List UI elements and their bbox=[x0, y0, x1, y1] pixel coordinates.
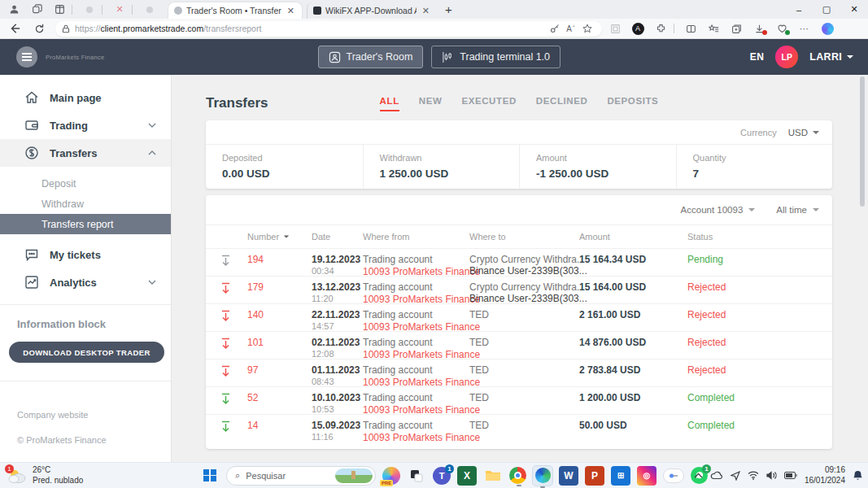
url-field[interactable]: https://client.promarketstrade.com/trans… bbox=[55, 21, 602, 37]
browser-essentials-icon[interactable] bbox=[772, 20, 792, 37]
transfer-number[interactable]: 179 bbox=[247, 281, 312, 305]
tab-close-icon[interactable]: ✕ bbox=[421, 6, 431, 16]
sidebar-item-analytics[interactable]: Analytics bbox=[0, 268, 171, 296]
notification-bell-icon[interactable] bbox=[853, 470, 863, 481]
chrome-icon[interactable] bbox=[509, 467, 526, 484]
user-avatar[interactable]: LP bbox=[775, 46, 798, 68]
browser-profile-icon[interactable] bbox=[5, 2, 23, 17]
sidebar-subitem-transfers-report[interactable]: Transfers report bbox=[0, 214, 171, 234]
read-aloud-icon[interactable]: A⌃ bbox=[563, 24, 579, 33]
tab-traders-room[interactable]: Trader's Room • Transfers report ✕ bbox=[168, 2, 302, 19]
edge-icon[interactable] bbox=[533, 466, 552, 486]
back-icon[interactable] bbox=[5, 20, 24, 37]
volume-icon[interactable] bbox=[766, 471, 777, 480]
filter-tab[interactable]: NEW bbox=[419, 96, 443, 111]
pinned-tab-icon[interactable] bbox=[141, 2, 159, 17]
word-icon[interactable]: W bbox=[559, 466, 578, 486]
account-link[interactable]: 10093 ProMarkets Finance bbox=[363, 349, 469, 360]
split-screen-icon[interactable] bbox=[681, 20, 700, 37]
password-key-icon[interactable] bbox=[547, 24, 563, 33]
location-icon[interactable] bbox=[731, 471, 740, 481]
taskbar-search[interactable]: ⌕ Pesquisar bbox=[226, 466, 376, 486]
menu-hamburger-icon[interactable] bbox=[16, 46, 37, 68]
transfer-number[interactable]: 52 bbox=[247, 392, 312, 416]
taskbar-clock[interactable]: 09:16 16/01/2024 bbox=[805, 465, 845, 486]
account-link[interactable]: 10093 ProMarkets Finance bbox=[363, 404, 469, 416]
battery-icon[interactable] bbox=[784, 472, 797, 479]
traders-room-button[interactable]: Trader's Room bbox=[318, 46, 424, 68]
table-row[interactable]: 179 13.12.202311:20 Trading account10093… bbox=[206, 276, 832, 303]
sidebar-subitem-deposit[interactable]: Deposit bbox=[0, 173, 171, 194]
workspaces-icon[interactable] bbox=[28, 2, 46, 17]
language-selector[interactable]: EN bbox=[750, 51, 764, 63]
powerpoint-icon[interactable]: P bbox=[585, 466, 604, 486]
wifi-icon[interactable] bbox=[748, 471, 759, 480]
maximize-button[interactable]: ▢ bbox=[813, 0, 840, 19]
sidebar-item-main-page[interactable]: Main page bbox=[0, 84, 171, 111]
task-view-icon[interactable] bbox=[407, 466, 426, 486]
excel-icon[interactable]: X bbox=[457, 466, 477, 486]
tab-close-icon[interactable]: ✕ bbox=[286, 6, 296, 16]
passkey-icon[interactable] bbox=[663, 468, 684, 483]
filter-tab[interactable]: ALL bbox=[380, 96, 399, 111]
lock-icon[interactable] bbox=[62, 24, 70, 33]
user-menu[interactable]: LARRI bbox=[809, 51, 853, 63]
sidebar-item-my-tickets[interactable]: My tickets bbox=[0, 241, 171, 268]
table-row[interactable]: 194 19.12.202300:34 Trading account10093… bbox=[206, 248, 832, 276]
account-link[interactable]: 10093 ProMarkets Finance bbox=[363, 294, 469, 305]
account-link[interactable]: 10093 ProMarkets Finance bbox=[363, 266, 469, 277]
transfer-number[interactable]: 97 bbox=[247, 364, 312, 388]
account-link[interactable]: 10093 ProMarkets Finance bbox=[363, 432, 469, 443]
tab-actions-icon[interactable] bbox=[50, 2, 68, 17]
screenshot-icon[interactable] bbox=[605, 20, 625, 37]
scrollbar-thumb[interactable] bbox=[860, 76, 865, 207]
start-button[interactable] bbox=[200, 466, 220, 486]
teams-icon[interactable]: T1 bbox=[433, 467, 451, 485]
refresh-icon[interactable] bbox=[29, 20, 49, 37]
favorites-list-icon[interactable] bbox=[704, 20, 723, 37]
pinned-tab-icon[interactable] bbox=[81, 2, 98, 17]
copilot-icon[interactable] bbox=[818, 20, 837, 37]
file-explorer-icon[interactable] bbox=[483, 466, 503, 486]
table-row[interactable]: 97 01.11.202308:43 Trading account10093 … bbox=[206, 359, 832, 386]
instagram-icon[interactable]: ◎ bbox=[637, 466, 656, 486]
weather-widget[interactable]: 1 26°C Pred. nublado bbox=[7, 465, 83, 486]
extension-icon[interactable] bbox=[651, 20, 670, 37]
scrollbar-track[interactable] bbox=[860, 75, 865, 462]
transfer-number[interactable]: 101 bbox=[247, 337, 312, 360]
column-number[interactable]: Number bbox=[247, 232, 312, 242]
account-link[interactable]: 10093 ProMarkets Finance bbox=[363, 377, 469, 388]
minimize-button[interactable]: – bbox=[785, 0, 813, 19]
close-button[interactable]: ✕ bbox=[840, 0, 868, 19]
company-website-link[interactable]: Company website bbox=[17, 410, 88, 420]
filter-tab[interactable]: DEPOSITS bbox=[607, 96, 658, 111]
transfer-number[interactable]: 140 bbox=[247, 309, 312, 333]
sidebar-subitem-withdraw[interactable]: Withdraw bbox=[0, 194, 171, 214]
filter-tab[interactable]: DECLINED bbox=[536, 96, 588, 111]
onedrive-icon[interactable] bbox=[710, 471, 723, 480]
table-row[interactable]: 101 02.11.202312:08 Trading account10093… bbox=[206, 331, 832, 359]
period-filter[interactable]: All time bbox=[776, 205, 819, 215]
table-row[interactable]: 14 15.09.202311:16 Trading account10093 … bbox=[206, 414, 832, 442]
sidebar-item-transfers[interactable]: Transfers bbox=[0, 139, 171, 167]
currency-select[interactable]: USD bbox=[788, 128, 819, 137]
tab-wikifx[interactable]: WikiFX APP-Download APP- Con ✕ bbox=[307, 2, 437, 19]
transfer-number[interactable]: 14 bbox=[247, 420, 312, 443]
new-tab-button[interactable]: + bbox=[445, 2, 452, 16]
account-filter[interactable]: Account 10093 bbox=[681, 205, 756, 215]
trading-terminal-button[interactable]: Trading terminal 1.0 bbox=[431, 46, 560, 68]
download-desktop-trader-button[interactable]: DOWNLOAD DESKTOP TRADER bbox=[9, 342, 164, 363]
table-row[interactable]: 140 22.11.202314:57 Trading account10093… bbox=[206, 303, 832, 331]
pinned-tab-close-icon[interactable]: ✕ bbox=[111, 2, 129, 17]
filter-tab[interactable]: EXECUTED bbox=[461, 96, 516, 111]
account-link[interactable]: 10093 ProMarkets Finance bbox=[363, 321, 469, 333]
table-row[interactable]: 52 10.10.202310:53 Trading account10093 … bbox=[206, 386, 832, 414]
copilot-taskbar-icon[interactable]: PRE bbox=[382, 467, 400, 485]
more-options-icon[interactable]: ⋯ bbox=[795, 20, 814, 37]
downloads-icon[interactable] bbox=[749, 20, 769, 37]
sidebar-item-trading[interactable]: Trading bbox=[0, 111, 171, 139]
favorite-star-icon[interactable] bbox=[579, 24, 595, 33]
private-profile-icon[interactable]: A bbox=[628, 20, 648, 37]
ms-store-icon[interactable]: ⊞ bbox=[611, 466, 630, 486]
collections-icon[interactable] bbox=[726, 20, 746, 37]
